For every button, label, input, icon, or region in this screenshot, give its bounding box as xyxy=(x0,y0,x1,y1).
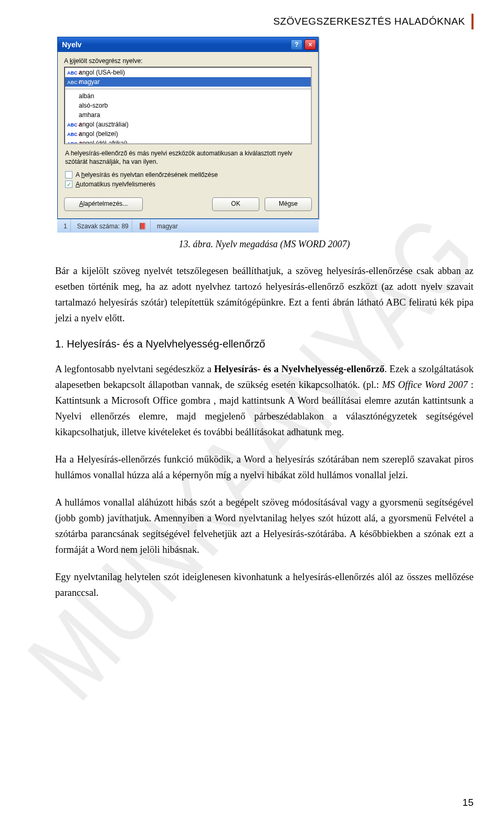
ok-button[interactable]: OK xyxy=(212,197,259,211)
page-header: SZÖVEGSZERKESZTÉS HALADÓKNAK xyxy=(55,14,474,29)
paragraph: Egy nyelvtanilag helytelen szót ideiglen… xyxy=(55,570,474,601)
list-item[interactable]: alsó-szorb xyxy=(65,101,311,110)
body-text: Bár a kijelölt szöveg nyelvét tetszőlege… xyxy=(55,264,474,601)
figure-caption: 13. ábra. Nyelv megadása (MS WORD 2007) xyxy=(55,239,474,250)
dialog-title: Nyelv xyxy=(62,40,81,49)
header-rule xyxy=(471,14,474,29)
list-item-label: amhara xyxy=(79,111,100,119)
page-content: SZÖVEGSZERKESZTÉS HALADÓKNAK Nyelv ? × A… xyxy=(0,0,504,628)
help-button[interactable]: ? xyxy=(291,39,302,50)
spellcheck-icon: ABC✓ xyxy=(67,141,78,145)
book-icon: 📕 xyxy=(139,222,147,230)
paragraph: A hullámos vonallal aláhúzott hibás szót… xyxy=(55,495,474,558)
status-wordcount[interactable]: Szavak száma: 89 xyxy=(74,219,132,233)
text-run: A legfontosabb nyelvtani segédeszköz a xyxy=(55,364,214,374)
list-item-label: angol (USA-beli) xyxy=(79,69,125,76)
status-page[interactable]: 1 xyxy=(60,219,71,233)
word-statusbar: 1 Szavak száma: 89 📕 magyar xyxy=(57,219,319,233)
checkbox-row[interactable]: ✓ Automatikus nyelvfelismerés xyxy=(65,181,311,188)
list-item[interactable]: ABC✓ angol (belizei) xyxy=(65,129,311,139)
status-language-label: magyar xyxy=(157,223,178,230)
page-number: 15 xyxy=(463,797,474,808)
spellcheck-icon: ABC✓ xyxy=(67,80,78,85)
language-dialog: Nyelv ? × A kijelölt szövegrész nyelve: … xyxy=(57,37,319,219)
dialog-button-row: Alapértelmezés... OK Mégse xyxy=(64,197,312,211)
checkbox-label: Automatikus nyelvfelismerés xyxy=(76,181,155,188)
spellcheck-icon: ABC✓ xyxy=(67,122,78,127)
cancel-button[interactable]: Mégse xyxy=(265,197,312,211)
dialog-helptext: A helyesírás-ellenőrző és más nyelvi esz… xyxy=(65,150,311,166)
checkbox-unchecked[interactable] xyxy=(65,171,72,178)
paragraph: A legfontosabb nyelvtani segédeszköz a H… xyxy=(55,362,474,440)
header-title: SZÖVEGSZERKESZTÉS HALADÓKNAK xyxy=(273,16,465,27)
section-heading: 1. Helyesírás- és a Nyelvhelyesség-ellen… xyxy=(55,338,474,350)
list-item-label: angol (dél-afrikai) xyxy=(79,140,128,144)
list-item[interactable]: ABC✓ angol (ausztráliai) xyxy=(65,120,311,129)
paragraph: Bár a kijelölt szöveg nyelvét tetszőlege… xyxy=(55,264,474,327)
bold-run: Helyesírás- és a Nyelvhelyesség-ellenőrz… xyxy=(214,364,384,374)
selected-language-label: A kijelölt szövegrész nyelve: xyxy=(64,57,312,65)
list-item-label: albán xyxy=(79,92,94,100)
dialog-screenshot: Nyelv ? × A kijelölt szövegrész nyelve: … xyxy=(57,37,319,233)
close-icon: × xyxy=(308,41,312,48)
dialog-titlebar: Nyelv ? × xyxy=(58,37,318,52)
status-wordcount-label: Szavak száma: 89 xyxy=(77,223,129,230)
list-item[interactable]: ABC✓ angol (dél-afrikai) xyxy=(65,139,311,144)
dialog-body: A kijelölt szövegrész nyelve: ABC✓ angol… xyxy=(58,52,318,218)
checkbox-row[interactable]: A helyesírás és nyelvtan ellenőrzésének … xyxy=(65,171,311,178)
list-item[interactable]: amhara xyxy=(65,110,311,120)
list-item[interactable]: albán xyxy=(65,91,311,101)
paragraph: Ha a Helyesírás-ellenőrzés funkció működ… xyxy=(55,452,474,483)
checkbox-label: A helyesírás és nyelvtan ellenőrzésének … xyxy=(76,171,218,178)
list-item-label: magyar xyxy=(79,78,100,86)
status-proofing[interactable]: 📕 xyxy=(135,219,151,233)
list-divider xyxy=(65,89,311,89)
spellcheck-icon: ABC✓ xyxy=(67,132,78,136)
status-language[interactable]: magyar xyxy=(154,219,181,233)
list-item-label: angol (ausztráliai) xyxy=(79,121,129,128)
help-icon: ? xyxy=(295,41,298,48)
list-item-label: angol (belizei) xyxy=(79,130,118,138)
close-button[interactable]: × xyxy=(304,39,316,50)
italic-run: MS Office Word 2007 xyxy=(382,380,468,390)
list-item-label: alsó-szorb xyxy=(79,102,108,109)
status-page-value: 1 xyxy=(64,223,67,230)
checkbox-checked[interactable]: ✓ xyxy=(65,181,72,188)
list-item[interactable]: ABC✓ angol (USA-beli) xyxy=(65,68,311,77)
spellcheck-icon: ABC✓ xyxy=(67,70,78,75)
default-button[interactable]: Alapértelmezés... xyxy=(64,197,143,211)
list-item-selected[interactable]: ABC✓ magyar xyxy=(65,77,311,87)
language-listbox[interactable]: ABC✓ angol (USA-beli) ABC✓ magyar albán xyxy=(64,67,312,144)
